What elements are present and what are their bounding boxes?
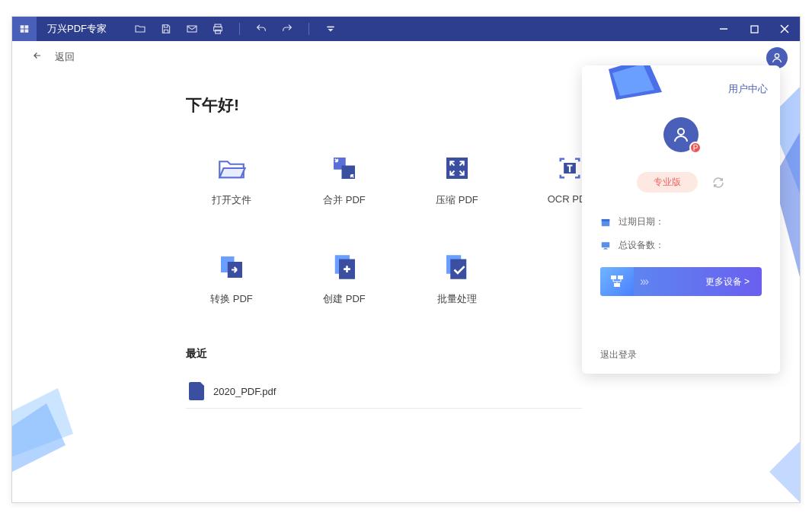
app-logo bbox=[12, 17, 37, 41]
panel-decoration bbox=[609, 65, 662, 100]
svg-point-26 bbox=[678, 129, 684, 135]
tile-compress-pdf[interactable]: 压缩 PDF bbox=[411, 152, 503, 207]
more-devices-button[interactable]: ››› 更多设备 > bbox=[600, 267, 762, 296]
tile-batch-process[interactable]: 批量处理 bbox=[411, 251, 503, 306]
ocr-icon bbox=[554, 152, 586, 184]
redo-icon[interactable] bbox=[281, 23, 293, 35]
open-folder-icon bbox=[216, 152, 248, 184]
expiry-label: 过期日期： bbox=[619, 215, 664, 228]
svg-point-8 bbox=[775, 54, 778, 58]
recent-file-row[interactable]: 2020_PDF.pdf bbox=[186, 374, 582, 409]
svg-rect-32 bbox=[611, 275, 616, 279]
refresh-icon[interactable] bbox=[711, 176, 725, 189]
tile-label: 转换 PDF bbox=[210, 292, 253, 306]
titlebar: 万兴PDF专家 bbox=[12, 17, 800, 41]
svg-marker-13 bbox=[769, 441, 800, 502]
chevrons-icon: ››› bbox=[640, 275, 647, 288]
devices-row: 总设备数： bbox=[600, 239, 762, 252]
plan-row: 专业版 bbox=[582, 172, 780, 193]
tile-label: 压缩 PDF bbox=[436, 193, 478, 207]
batch-icon bbox=[441, 251, 473, 283]
toolbar-separator bbox=[308, 23, 309, 35]
svg-rect-29 bbox=[602, 242, 610, 247]
folder-icon[interactable] bbox=[134, 23, 146, 35]
monitor-icon bbox=[600, 240, 611, 251]
content-area: 返回 下午好! 打开文件 合并 PDF bbox=[12, 41, 800, 502]
svg-rect-23 bbox=[450, 260, 466, 279]
minimize-button[interactable] bbox=[708, 17, 739, 41]
svg-rect-31 bbox=[603, 249, 608, 250]
logout-link[interactable]: 退出登录 bbox=[600, 349, 637, 361]
svg-rect-16 bbox=[446, 158, 468, 179]
svg-rect-0 bbox=[187, 26, 197, 32]
plan-badge: P bbox=[689, 142, 702, 154]
tile-convert-pdf[interactable]: 转换 PDF bbox=[186, 251, 277, 306]
user-center-link[interactable]: 用户中心 bbox=[728, 82, 768, 96]
recent-file-name: 2020_PDF.pdf bbox=[213, 386, 276, 397]
tile-label: 合并 PDF bbox=[323, 193, 366, 207]
print-icon[interactable] bbox=[212, 23, 224, 35]
convert-icon bbox=[216, 251, 248, 283]
merge-icon bbox=[328, 152, 360, 184]
tile-label: 批量处理 bbox=[437, 292, 477, 306]
window-controls bbox=[708, 17, 800, 41]
save-icon[interactable] bbox=[160, 23, 172, 35]
tile-label: 打开文件 bbox=[212, 193, 251, 207]
svg-rect-30 bbox=[604, 247, 607, 248]
avatar-container: P bbox=[582, 117, 780, 152]
tile-merge-pdf[interactable]: 合并 PDF bbox=[299, 152, 390, 207]
create-icon bbox=[328, 251, 360, 283]
toolbar-separator bbox=[239, 23, 240, 35]
tile-create-pdf[interactable]: 创建 PDF bbox=[299, 251, 390, 306]
svg-rect-3 bbox=[216, 30, 221, 33]
tile-label: 创建 PDF bbox=[323, 292, 366, 306]
devices-network-icon bbox=[600, 267, 634, 296]
back-arrow-icon[interactable] bbox=[30, 50, 44, 64]
decoration-right-bottom bbox=[769, 441, 800, 502]
svg-rect-34 bbox=[614, 283, 620, 287]
compress-icon bbox=[441, 152, 473, 184]
app-title: 万兴PDF专家 bbox=[47, 22, 107, 36]
devices-label: 总设备数： bbox=[619, 239, 664, 252]
expiry-row: 过期日期： bbox=[600, 215, 762, 228]
decoration-left bbox=[12, 388, 88, 472]
back-label[interactable]: 返回 bbox=[55, 50, 75, 64]
close-button[interactable] bbox=[769, 17, 800, 41]
more-devices-label: 更多设备 > bbox=[705, 275, 750, 288]
svg-rect-5 bbox=[751, 26, 758, 33]
svg-rect-33 bbox=[618, 275, 623, 279]
svg-rect-28 bbox=[602, 218, 610, 221]
app-window: 万兴PDF专家 返回 bbox=[11, 16, 801, 503]
calendar-icon bbox=[600, 217, 611, 228]
user-avatar[interactable]: P bbox=[663, 117, 699, 152]
plan-pill: 专业版 bbox=[637, 172, 698, 193]
mail-icon[interactable] bbox=[186, 23, 198, 35]
pdf-file-icon bbox=[189, 382, 204, 400]
user-panel: 用户中心 P 专业版 过期日期： 总设备数： bbox=[582, 65, 780, 374]
menu-more-icon[interactable] bbox=[324, 23, 337, 35]
undo-icon[interactable] bbox=[255, 23, 267, 35]
maximize-button[interactable] bbox=[739, 17, 769, 41]
tile-open-file[interactable]: 打开文件 bbox=[186, 152, 277, 207]
account-info: 过期日期： 总设备数： bbox=[582, 193, 780, 252]
toolbar bbox=[134, 23, 337, 35]
